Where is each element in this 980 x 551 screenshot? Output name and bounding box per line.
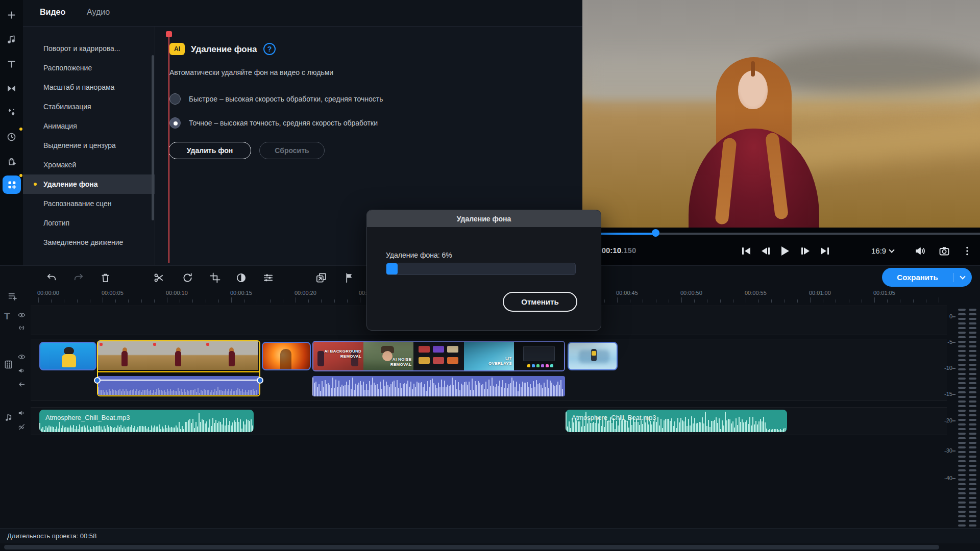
eye-icon[interactable] <box>17 353 26 361</box>
eye-icon[interactable] <box>17 311 26 319</box>
marker-icon[interactable] <box>342 271 356 284</box>
sidebar-item-5[interactable]: Анимация <box>23 116 155 136</box>
titles-icon[interactable] <box>0 56 23 71</box>
tab-audio[interactable]: Аудио <box>87 8 110 17</box>
delete-icon[interactable] <box>99 271 112 284</box>
clip-4-audio-section[interactable] <box>312 376 565 396</box>
option-row-1[interactable]: Быстрое – высокая скорость обработки, ср… <box>169 93 383 105</box>
meter-dash <box>969 506 976 508</box>
more-options-icon[interactable] <box>961 245 973 259</box>
aspect-ratio-dropdown[interactable]: 16:9 <box>871 246 894 255</box>
thumb-color-dot <box>550 364 553 367</box>
add-track-icon[interactable] <box>7 291 18 302</box>
rotate-icon[interactable] <box>181 271 194 284</box>
thumb-grid-tile <box>433 357 444 364</box>
menu-item-label: Удаление фона <box>43 180 98 188</box>
ruler-tick <box>128 299 129 303</box>
volume-icon[interactable] <box>914 245 926 259</box>
menu-scrollbar[interactable] <box>152 55 154 220</box>
meter-dash <box>958 332 966 334</box>
cancel-button[interactable]: Отменить <box>503 292 577 312</box>
radio-unselected[interactable] <box>169 93 181 105</box>
option-row-2[interactable]: Точное – высокая точность, средняя скоро… <box>169 117 378 129</box>
radio-selected[interactable] <box>169 117 181 129</box>
preview-seek-handle[interactable] <box>652 229 659 237</box>
clip-thumbnail-promo: AI BACKGROUNDREMOVAL <box>313 342 363 370</box>
clip-separator <box>98 371 259 372</box>
reset-button[interactable]: Сбросить <box>259 142 325 159</box>
thumb-color-dot <box>536 364 540 367</box>
meter-scale-label: -10 <box>937 365 952 371</box>
remove-background-button[interactable]: Удалить фон <box>168 142 251 159</box>
sidebar-item-9[interactable]: Распознавание сцен <box>23 194 155 213</box>
volume-handle-right[interactable] <box>257 377 263 384</box>
thumb-label: LITOVERLAYS <box>488 356 512 366</box>
ruler-tick <box>810 297 811 303</box>
video-clip-5[interactable] <box>568 342 618 370</box>
volume-handle-left[interactable] <box>94 377 101 384</box>
save-options-chevron[interactable] <box>953 277 972 279</box>
arrow-left-icon[interactable] <box>17 380 26 389</box>
skip-to-end-button[interactable] <box>818 245 831 257</box>
speaker-icon[interactable] <box>17 366 26 375</box>
status-bar: Длительность проекта: 00:58 <box>0 528 980 543</box>
audio-clip-1[interactable]: Atmosphere_Chill_Beat.mp3 <box>39 410 254 432</box>
export-frame-icon[interactable] <box>314 271 328 284</box>
play-button[interactable] <box>778 245 792 257</box>
undo-icon[interactable] <box>45 271 58 284</box>
sidebar-item-3[interactable]: Масштаб и панорама <box>23 78 155 97</box>
tab-video[interactable]: Видео <box>40 8 65 17</box>
sidebar-item-2[interactable]: Расположение <box>23 58 155 78</box>
mic-off-icon[interactable] <box>17 422 26 431</box>
ruler-tick <box>771 299 772 303</box>
ruler-tick <box>270 299 271 303</box>
history-icon[interactable] <box>0 129 23 144</box>
music-icon[interactable] <box>0 32 23 47</box>
color-adjust-icon[interactable] <box>234 271 248 284</box>
skip-to-start-button[interactable] <box>740 245 753 257</box>
cut-icon[interactable] <box>152 271 165 284</box>
ai-tools-icon[interactable] <box>3 176 21 194</box>
video-clip-1[interactable] <box>39 342 96 370</box>
sidebar-item-8[interactable]: Удаление фона <box>23 174 155 194</box>
menu-item-label: Расположение <box>43 64 92 72</box>
video-clip-4[interactable]: AI BACKGROUNDREMOVALAI NOISEREMOVALLITOV… <box>312 341 565 371</box>
meter-scale-tick <box>952 368 955 369</box>
video-clip-2-selected[interactable] <box>97 340 260 396</box>
effects-icon[interactable] <box>0 105 23 120</box>
video-clip-3[interactable] <box>262 342 311 370</box>
sliders-icon[interactable] <box>261 271 275 284</box>
meter-dash <box>958 469 966 471</box>
meter-dash <box>958 479 966 481</box>
ruler-tick <box>347 299 348 303</box>
link-icon[interactable] <box>17 323 26 332</box>
thumb-label-line: OVERLAYS <box>488 361 512 366</box>
transitions-icon[interactable] <box>0 81 23 96</box>
sidebar-item-7[interactable]: Хромакей <box>23 155 155 174</box>
volume-line[interactable] <box>98 380 259 381</box>
sidebar-item-10[interactable]: Логотип <box>23 213 155 233</box>
sidebar-item-1[interactable]: Поворот и кадрирова... <box>23 39 155 58</box>
snapshot-camera-icon[interactable] <box>938 245 950 259</box>
help-icon[interactable]: ? <box>263 43 276 55</box>
next-frame-button[interactable] <box>799 245 812 257</box>
horizontal-scrollbar-thumb[interactable] <box>4 545 939 549</box>
meter-dash <box>969 378 976 380</box>
previous-frame-button[interactable] <box>759 245 772 257</box>
add-media-icon[interactable] <box>0 7 23 22</box>
ruler-label: 00:00:55 <box>745 290 767 296</box>
thumb-grid-tile <box>419 357 430 364</box>
sidebar-item-4[interactable]: Стабилизация <box>23 97 155 116</box>
crop-icon[interactable] <box>208 271 222 284</box>
meter-dash <box>958 345 966 347</box>
speaker-icon[interactable] <box>17 409 26 417</box>
save-button[interactable]: Сохранить <box>882 268 972 287</box>
redo-icon[interactable] <box>71 271 85 284</box>
audio-clip-2[interactable]: Atmosphere_Chill_Beat.mp3 <box>566 410 787 432</box>
store-icon[interactable] <box>0 154 23 169</box>
ruler-tick <box>733 299 733 303</box>
meter-dash <box>969 414 976 416</box>
sidebar-item-6[interactable]: Выделение и цензура <box>23 136 155 155</box>
sidebar-item-11[interactable]: Замедленное движение <box>23 233 155 252</box>
meter-dash <box>969 309 976 311</box>
